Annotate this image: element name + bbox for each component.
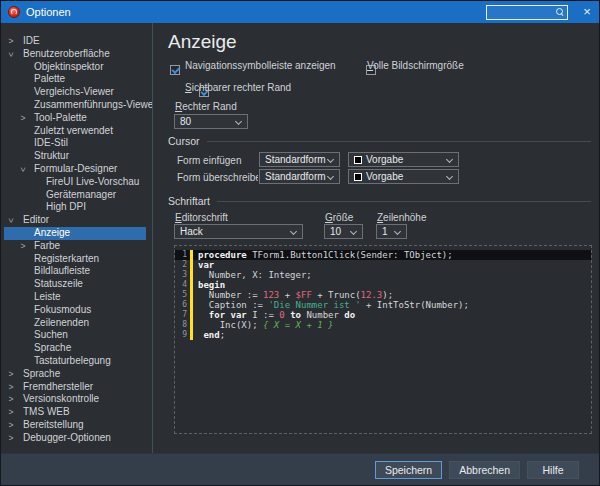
delphi-logo-icon xyxy=(8,6,20,18)
line-height-select[interactable]: 1 xyxy=(376,224,407,239)
chevron-expanded-icon[interactable]: > xyxy=(5,216,18,226)
sidebar-item-label: Zuletzt verwendet xyxy=(34,125,113,136)
sidebar-item-ide-stil[interactable]: IDE-Stil xyxy=(4,137,146,150)
chevron-collapsed-icon[interactable]: > xyxy=(6,393,16,406)
sidebar-item-label: TMS WEB xyxy=(23,406,70,417)
chevron-down-icon xyxy=(290,228,297,235)
sidebar-item-label: Palette xyxy=(34,73,65,84)
font-size-select[interactable]: 10 xyxy=(324,224,363,239)
sidebar-item-label: Anzeige xyxy=(34,227,70,238)
sidebar-item-sprache[interactable]: Sprache xyxy=(4,342,146,355)
fullscreen-checkbox-label[interactable]: Volle Bildschirmgröße xyxy=(367,60,464,71)
right-margin-select[interactable]: 80 xyxy=(174,114,248,129)
chevron-expanded-icon[interactable]: > xyxy=(17,164,30,174)
window-title: Optionen xyxy=(26,6,71,18)
sidebar-item-label: Sprache xyxy=(23,368,60,379)
modified-line-bar xyxy=(190,290,193,300)
code-text: Number, X: Integer; xyxy=(198,270,312,280)
chevron-down-icon xyxy=(235,118,242,125)
sidebar-item-anzeige[interactable]: Anzeige xyxy=(4,227,146,240)
insert-cursor-color-value: Vorgabe xyxy=(366,154,403,165)
sidebar-item-struktur[interactable]: Struktur xyxy=(4,150,146,163)
sidebar-item-high-dpi[interactable]: High DPI xyxy=(4,201,146,214)
sidebar-item-zusammenführungs-viewer[interactable]: Zusammenführungs-Viewer xyxy=(4,99,146,112)
sidebar-item-label: Zusammenführungs-Viewer xyxy=(34,99,153,110)
chevron-down-icon xyxy=(327,173,334,180)
overwrite-cursor-color-value: Vorgabe xyxy=(366,171,403,182)
line-number: 5 xyxy=(175,290,190,300)
insert-cursor-shape-select[interactable]: Standardform xyxy=(259,152,340,167)
sidebar-item-bereitstellung[interactable]: >Bereitstellung xyxy=(4,419,146,432)
visible-right-margin-checkbox-label[interactable]: Sichtbarer rechter Rand xyxy=(185,82,291,93)
line-number: 2 xyxy=(175,260,190,270)
line-number: 4 xyxy=(175,280,190,290)
font-group-title: Schriftart xyxy=(168,195,210,207)
sidebar-item-sprache[interactable]: >Sprache xyxy=(4,368,146,381)
chevron-expanded-icon[interactable]: > xyxy=(5,49,18,59)
sidebar-item-benutzeroberfläche[interactable]: >Benutzeroberfläche xyxy=(4,48,146,61)
sidebar-item-fokusmodus[interactable]: Fokusmodus xyxy=(4,304,146,317)
code-line: 8 Inc(X); { X = X + 1 } xyxy=(175,320,591,330)
editor-font-select[interactable]: Hack xyxy=(174,224,303,239)
code-text: var xyxy=(198,260,214,270)
sidebar-item-label: Sprache xyxy=(34,342,71,353)
sidebar-item-versionskontrolle[interactable]: >Versionskontrolle xyxy=(4,393,146,406)
overwrite-mode-label: Form überschreiben xyxy=(177,172,258,183)
sidebar-item-bildlaufleiste[interactable]: Bildlaufleiste xyxy=(4,265,146,278)
sidebar-item-palette[interactable]: Palette xyxy=(4,73,146,86)
search-input[interactable] xyxy=(486,5,568,20)
help-button[interactable]: Hilfe xyxy=(527,461,579,479)
sidebar-item-formular-designer[interactable]: >Formular-Designer xyxy=(4,163,146,176)
line-number: 1 xyxy=(175,250,190,260)
code-line: 5 Number := 123 + $FF + Trunc(12.3); xyxy=(175,290,591,300)
sidebar-item-tastaturbelegung[interactable]: Tastaturbelegung xyxy=(4,355,146,368)
code-text: Caption := 'Die Nummer ist ' + IntToStr(… xyxy=(198,300,469,310)
chevron-collapsed-icon[interactable]: > xyxy=(18,240,28,253)
sidebar-item-fremdhersteller[interactable]: >Fremdhersteller xyxy=(4,381,146,394)
sidebar-item-fireui-live-vorschau[interactable]: FireUI Live-Vorschau xyxy=(4,176,146,189)
nav-toolbar-checkbox-label[interactable]: Navigationssymbolleiste anzeigen xyxy=(185,60,336,71)
chevron-collapsed-icon[interactable]: > xyxy=(6,432,16,445)
insert-cursor-color-select[interactable]: Vorgabe xyxy=(348,152,459,167)
sidebar-item-objektinspektor[interactable]: Objektinspektor xyxy=(4,61,146,74)
sidebar-item-farbe[interactable]: >Farbe xyxy=(4,240,146,253)
cursor-group-title: Cursor xyxy=(168,135,200,147)
sidebar-item-suchen[interactable]: Suchen xyxy=(4,329,146,342)
sidebar-item-label: High DPI xyxy=(46,201,86,212)
chevron-collapsed-icon[interactable]: > xyxy=(6,381,16,394)
sidebar-item-label: Farbe xyxy=(34,240,60,251)
editor-font-value: Hack xyxy=(180,226,203,237)
sidebar-item-leiste[interactable]: Leiste xyxy=(4,291,146,304)
sidebar-item-debugger-optionen[interactable]: >Debugger-Optionen xyxy=(4,432,146,445)
sidebar-item-zeilenenden[interactable]: Zeilenenden xyxy=(4,317,146,330)
sidebar-item-label: Fremdhersteller xyxy=(23,381,93,392)
sidebar-item-tool-palette[interactable]: >Tool-Palette xyxy=(4,112,146,125)
close-button[interactable]: × xyxy=(577,1,597,23)
sidebar-item-vergleichs-viewer[interactable]: Vergleichs-Viewer xyxy=(4,86,146,99)
sidebar-item-statuszeile[interactable]: Statuszeile xyxy=(4,278,146,291)
chevron-collapsed-icon[interactable]: > xyxy=(6,406,16,419)
sidebar-item-gerätemanager[interactable]: Gerätemanager xyxy=(4,189,146,202)
code-line: 6 Caption := 'Die Nummer ist ' + IntToSt… xyxy=(175,300,591,310)
nav-toolbar-checkbox[interactable] xyxy=(170,65,180,75)
save-button[interactable]: Speichern xyxy=(375,461,442,479)
chevron-collapsed-icon[interactable]: > xyxy=(6,368,16,381)
overwrite-cursor-color-select[interactable]: Vorgabe xyxy=(348,169,459,184)
chevron-down-icon xyxy=(446,156,453,163)
dialog-footer: Speichern Abbrechen Hilfe xyxy=(1,453,599,485)
sidebar-item-registerkarten[interactable]: Registerkarten xyxy=(4,253,146,266)
cancel-button[interactable]: Abbrechen xyxy=(449,461,520,479)
sidebar-item-label: Zeilenenden xyxy=(34,317,89,328)
line-number: 8 xyxy=(175,320,190,330)
overwrite-cursor-shape-select[interactable]: Standardform xyxy=(259,169,340,184)
sidebar-item-zuletzt-verwendet[interactable]: Zuletzt verwendet xyxy=(4,125,146,138)
chevron-collapsed-icon[interactable]: > xyxy=(18,112,28,125)
code-text: Number := 123 + $FF + Trunc(12.3); xyxy=(198,290,393,300)
sidebar-item-editor[interactable]: >Editor xyxy=(4,214,146,227)
chevron-collapsed-icon[interactable]: > xyxy=(6,35,16,48)
chevron-collapsed-icon[interactable]: > xyxy=(6,419,16,432)
sidebar-item-ide[interactable]: >IDE xyxy=(4,35,146,48)
code-line: 2var xyxy=(175,260,591,270)
sidebar-item-tms-web[interactable]: >TMS WEB xyxy=(4,406,146,419)
font-group-header: Schriftart xyxy=(168,195,591,207)
